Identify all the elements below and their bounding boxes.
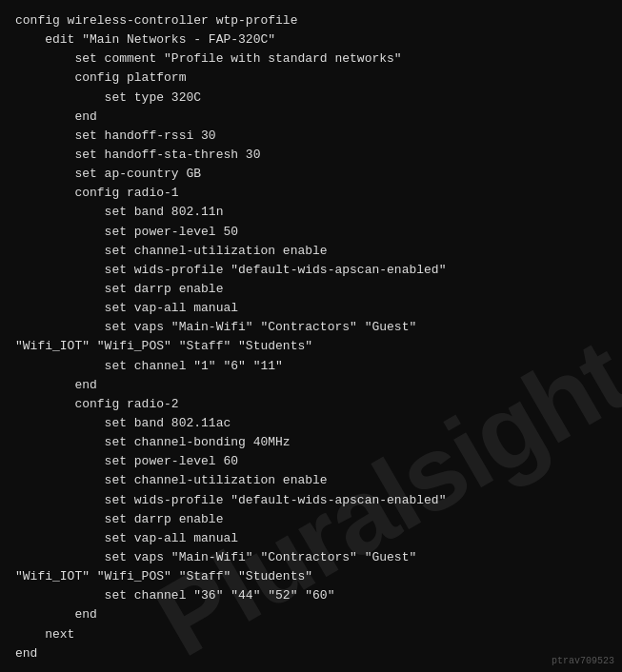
id-label: ptrav709523 [552,656,614,666]
code-block: config wireless-controller wtp-profile e… [0,0,622,672]
